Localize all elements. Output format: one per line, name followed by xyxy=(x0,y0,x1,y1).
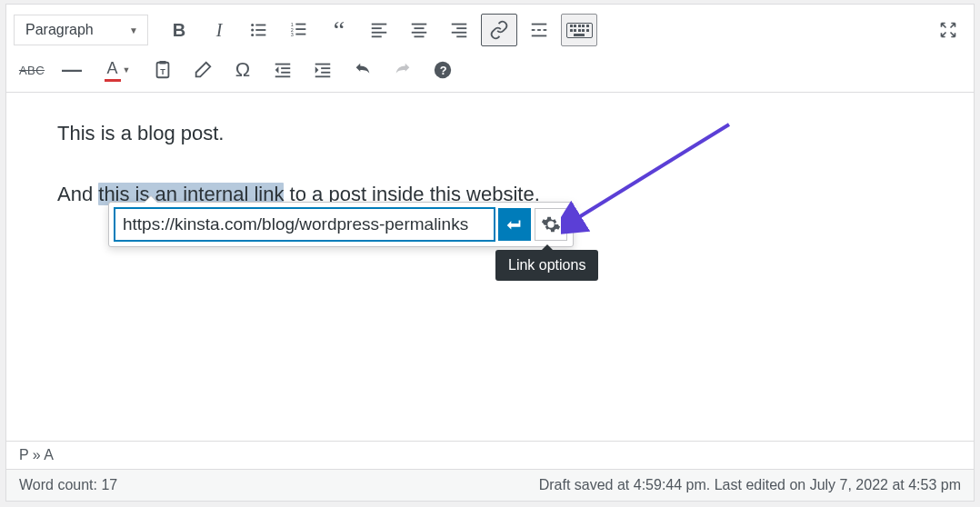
align-center-icon xyxy=(409,20,429,40)
numbered-list-button[interactable]: 123 xyxy=(281,14,317,46)
align-right-icon xyxy=(449,20,469,40)
svg-rect-35 xyxy=(275,75,291,77)
italic-button[interactable]: I xyxy=(201,14,237,46)
svg-rect-5 xyxy=(255,35,265,36)
svg-rect-33 xyxy=(281,67,290,69)
align-left-icon xyxy=(369,20,389,40)
redo-icon xyxy=(393,60,413,80)
editor-content[interactable]: This is a blog post. And this is an inte… xyxy=(6,93,974,441)
svg-rect-36 xyxy=(315,64,331,65)
svg-rect-20 xyxy=(452,24,467,25)
read-more-button[interactable] xyxy=(521,14,557,46)
svg-text:3: 3 xyxy=(291,32,294,37)
help-button[interactable]: ? xyxy=(425,54,461,86)
apply-icon xyxy=(505,214,525,234)
editor-toolbar: Paragraph B I 123 “ xyxy=(6,5,974,93)
svg-rect-7 xyxy=(295,24,305,25)
indent-button[interactable] xyxy=(305,54,341,86)
read-more-icon xyxy=(529,20,549,40)
gear-icon xyxy=(541,214,561,234)
svg-rect-32 xyxy=(275,64,291,65)
svg-rect-12 xyxy=(372,24,387,25)
svg-text:?: ? xyxy=(440,64,447,77)
indent-icon xyxy=(313,60,333,80)
svg-rect-23 xyxy=(456,35,466,37)
svg-rect-26 xyxy=(537,29,541,31)
blockquote-button[interactable]: “ xyxy=(321,14,357,46)
link-popup: Link options xyxy=(108,202,574,247)
fullscreen-icon xyxy=(939,21,957,39)
link-url-input[interactable] xyxy=(115,208,495,241)
bullet-list-icon xyxy=(249,20,269,40)
hr-button[interactable]: — xyxy=(54,54,90,86)
svg-rect-15 xyxy=(372,35,382,37)
link-button[interactable] xyxy=(481,14,517,46)
special-char-button[interactable]: Ω xyxy=(225,54,261,86)
link-icon xyxy=(489,20,509,40)
svg-rect-34 xyxy=(281,72,290,74)
keyboard-icon xyxy=(566,23,593,38)
format-select-label: Paragraph xyxy=(25,22,94,38)
clipboard-icon: T xyxy=(153,60,173,80)
svg-point-2 xyxy=(251,28,254,31)
svg-rect-27 xyxy=(544,29,547,31)
svg-rect-25 xyxy=(532,29,535,31)
svg-point-0 xyxy=(251,24,254,26)
undo-button[interactable] xyxy=(345,54,381,86)
align-right-button[interactable] xyxy=(441,14,477,46)
svg-rect-11 xyxy=(295,34,305,35)
svg-rect-37 xyxy=(321,67,330,69)
svg-rect-1 xyxy=(255,25,265,26)
align-center-button[interactable] xyxy=(401,14,437,46)
eraser-icon xyxy=(193,60,213,80)
svg-rect-18 xyxy=(412,32,427,34)
toolbar-toggle-button[interactable] xyxy=(561,14,597,46)
fullscreen-button[interactable] xyxy=(930,14,966,46)
bold-button[interactable]: B xyxy=(161,14,197,46)
numbered-list-icon: 123 xyxy=(289,20,309,40)
status-bar: P » A Word count: 17 Draft saved at 4:59… xyxy=(6,441,974,501)
redo-button[interactable] xyxy=(385,54,421,86)
svg-rect-3 xyxy=(255,29,265,31)
svg-point-4 xyxy=(251,34,254,36)
svg-rect-19 xyxy=(415,35,425,37)
svg-rect-38 xyxy=(321,72,330,74)
help-icon: ? xyxy=(433,60,453,80)
link-options-tooltip: Link options xyxy=(495,250,598,281)
svg-rect-14 xyxy=(372,32,387,34)
strikethrough-button[interactable]: ABC xyxy=(14,54,50,86)
svg-rect-28 xyxy=(532,35,547,37)
align-left-button[interactable] xyxy=(361,14,397,46)
word-count: Word count: 17 xyxy=(19,477,117,493)
svg-rect-9 xyxy=(295,28,305,30)
draft-info: Draft saved at 4:59:44 pm. Last edited o… xyxy=(539,477,961,493)
outdent-button[interactable] xyxy=(265,54,301,86)
clear-formatting-button[interactable] xyxy=(185,54,221,86)
outdent-icon xyxy=(273,60,293,80)
svg-rect-22 xyxy=(452,32,467,34)
svg-rect-39 xyxy=(315,75,331,77)
paste-text-button[interactable]: T xyxy=(145,54,181,86)
svg-text:T: T xyxy=(160,67,165,76)
svg-rect-17 xyxy=(415,27,425,29)
svg-rect-30 xyxy=(159,61,165,65)
svg-rect-13 xyxy=(372,27,382,29)
link-options-button[interactable] xyxy=(535,208,567,241)
content-line-1: This is a blog post. xyxy=(57,120,923,148)
apply-link-button[interactable] xyxy=(498,208,531,241)
element-path[interactable]: P » A xyxy=(6,442,974,470)
undo-icon xyxy=(353,60,373,80)
format-select[interactable]: Paragraph xyxy=(14,15,148,45)
svg-rect-16 xyxy=(412,24,427,25)
bullet-list-button[interactable] xyxy=(241,14,277,46)
text-color-button[interactable]: A ▼ xyxy=(94,54,141,86)
svg-rect-24 xyxy=(532,24,547,25)
svg-rect-21 xyxy=(456,27,466,29)
